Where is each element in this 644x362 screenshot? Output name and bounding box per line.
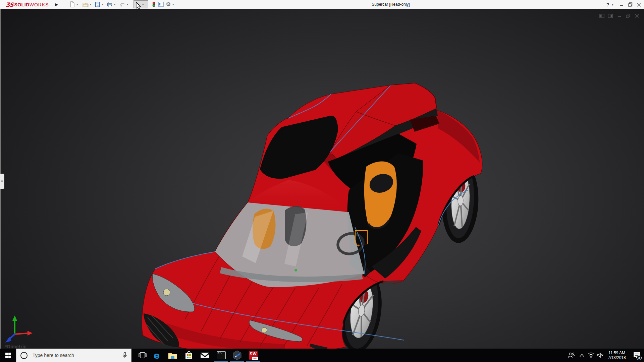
close-button[interactable]: [636, 1, 642, 8]
dassault-logo-mark: ƷS: [5, 1, 13, 8]
options-dropdown[interactable]: ▾: [172, 3, 174, 6]
reference-triad: [5, 315, 33, 343]
help-dropdown[interactable]: ▾: [612, 3, 613, 6]
taskbar-hexagon-app[interactable]: [229, 349, 245, 362]
microphone-icon[interactable]: [122, 352, 127, 359]
help-button[interactable]: ?: [605, 1, 610, 8]
new-document-icon[interactable]: [69, 1, 75, 8]
command-prompt-icon: C:\: [217, 351, 226, 359]
clock-date: 7/13/2018: [603, 355, 630, 360]
print-dropdown[interactable]: ▾: [114, 3, 116, 6]
divider: [52, 0, 52, 9]
windows-taskbar: Type here to search e: [0, 349, 644, 362]
windows-logo-icon: [5, 353, 11, 358]
restore-button[interactable]: [627, 1, 633, 8]
save-dropdown[interactable]: ▾: [102, 3, 104, 6]
network-tray-button[interactable]: [586, 349, 596, 362]
mail-icon: [200, 352, 210, 359]
solidworks-2017-icon: SW 2017: [249, 351, 258, 360]
chevron-up-icon: [580, 354, 584, 357]
brand-name-bold: SOLID: [14, 2, 29, 7]
print-icon[interactable]: [106, 1, 113, 8]
graphics-viewport[interactable]: *Dimetric: [0, 9, 644, 349]
select-tool-button[interactable]: ▾: [133, 0, 148, 8]
wifi-icon: [588, 353, 594, 358]
rebuild-stoplight-icon[interactable]: [150, 1, 157, 8]
brand-name-light: WORKS: [30, 2, 49, 7]
taskbar-mail[interactable]: [197, 349, 213, 362]
taskbar-solidworks-2017[interactable]: SW 2017: [246, 349, 261, 362]
edge-icon: e: [154, 351, 160, 360]
view-orientation-label: *Dimetric: [5, 344, 26, 349]
titlebar: ƷS SOLID WORKS ▶ ▾ ▾ ▾ ▾ ▾ ▾ ⚙ ▾ Superca…: [0, 0, 644, 9]
supercar-model[interactable]: [0, 9, 644, 349]
taskbar-command-prompt[interactable]: C:\: [213, 349, 229, 362]
hexagon-app-icon: [232, 350, 242, 360]
taskbar-file-explorer[interactable]: [165, 349, 180, 362]
new-document-dropdown[interactable]: ▾: [76, 3, 78, 6]
undo-dropdown[interactable]: ▾: [127, 3, 128, 6]
people-tray-button[interactable]: [566, 349, 576, 362]
taskbar-search-input[interactable]: Type here to search: [16, 349, 131, 362]
file-explorer-icon: [168, 352, 177, 359]
task-view-button[interactable]: [135, 349, 150, 362]
microsoft-store-icon: [185, 351, 193, 360]
taskbar-store[interactable]: [181, 349, 197, 362]
taskbar-clock[interactable]: 11:59 AM 7/13/2018: [603, 349, 630, 362]
solidworks-logo: ƷS SOLID WORKS: [5, 1, 49, 8]
expand-menu-arrow-icon[interactable]: ▶: [54, 1, 60, 8]
select-dropdown[interactable]: ▾: [142, 3, 144, 6]
minimize-button[interactable]: [619, 1, 625, 8]
speaker-muted-icon: [597, 353, 604, 358]
action-center-button[interactable]: [631, 349, 643, 362]
save-icon[interactable]: [94, 1, 101, 8]
people-icon: [568, 352, 575, 358]
notification-count-badge: 3: [637, 355, 642, 360]
task-view-icon: [139, 352, 147, 359]
options-gear-icon[interactable]: ⚙: [165, 1, 172, 8]
undo-icon[interactable]: [119, 1, 126, 8]
open-dropdown[interactable]: ▾: [90, 3, 92, 6]
window-title: Supercar [Read-only]: [349, 2, 433, 7]
taskbar-edge[interactable]: e: [149, 349, 164, 362]
open-icon[interactable]: [82, 1, 89, 8]
select-arrow-icon: [135, 1, 141, 7]
system-properties-icon[interactable]: [158, 1, 164, 8]
search-placeholder: Type here to search: [33, 353, 122, 358]
clock-time: 11:59 AM: [603, 351, 630, 355]
show-hidden-icons-button[interactable]: [578, 349, 586, 362]
cortana-icon: [20, 352, 28, 359]
start-button[interactable]: [0, 349, 16, 362]
